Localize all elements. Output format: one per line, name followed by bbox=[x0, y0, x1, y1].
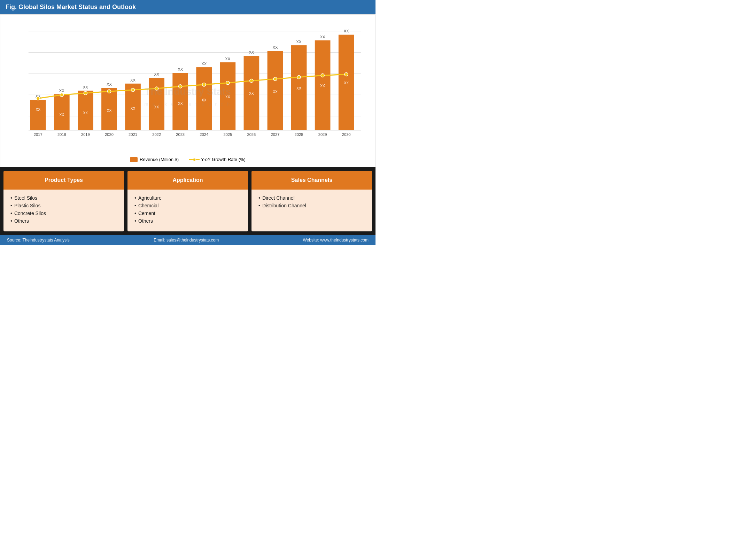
svg-point-63 bbox=[60, 93, 63, 97]
list-item: Agriculture bbox=[134, 195, 241, 201]
svg-text:XX: XX bbox=[130, 78, 136, 82]
application-list: Agriculture Chemcial Cement Others bbox=[134, 195, 241, 224]
svg-text:XX: XX bbox=[201, 62, 207, 66]
svg-text:XX: XX bbox=[83, 111, 88, 115]
legend-revenue: Revenue (Million $) bbox=[130, 157, 179, 162]
chart-container: XX XX 2017 XX XX 2018 XX XX 2019 XX XX 2… bbox=[0, 14, 376, 167]
svg-text:XX: XX bbox=[249, 50, 254, 54]
svg-text:2025: 2025 bbox=[223, 132, 232, 137]
svg-text:XX: XX bbox=[107, 82, 112, 86]
svg-point-64 bbox=[84, 91, 87, 95]
svg-text:2028: 2028 bbox=[295, 132, 303, 137]
svg-text:2024: 2024 bbox=[200, 132, 208, 137]
list-item: Direct Channel bbox=[258, 195, 365, 201]
svg-text:XX: XX bbox=[273, 45, 278, 49]
svg-point-66 bbox=[131, 88, 134, 92]
svg-text:XX: XX bbox=[178, 67, 183, 71]
svg-text:XX: XX bbox=[131, 107, 136, 110]
svg-point-65 bbox=[107, 90, 111, 93]
application-body: Agriculture Chemcial Cement Others bbox=[127, 190, 248, 231]
svg-text:XX: XX bbox=[59, 89, 64, 93]
svg-text:XX: XX bbox=[320, 84, 325, 88]
svg-rect-6 bbox=[30, 100, 46, 130]
legend-line-svg bbox=[189, 157, 200, 162]
svg-text:XX: XX bbox=[344, 81, 349, 85]
product-types-card: Product Types Steel Silos Plastic Silos … bbox=[3, 171, 124, 231]
legend-growth-label: Y-oY Growth Rate (%) bbox=[201, 157, 246, 162]
sales-channels-list: Direct Channel Distribution Channel bbox=[258, 195, 365, 208]
svg-point-71 bbox=[250, 79, 253, 83]
bottom-section: Product Types Steel Silos Plastic Silos … bbox=[0, 167, 376, 235]
product-types-header: Product Types bbox=[3, 171, 124, 190]
svg-rect-10 bbox=[54, 94, 70, 130]
svg-text:2019: 2019 bbox=[81, 132, 90, 137]
svg-text:XX: XX bbox=[36, 108, 40, 112]
svg-text:2021: 2021 bbox=[129, 132, 137, 137]
svg-text:XX: XX bbox=[296, 40, 302, 44]
svg-text:XX: XX bbox=[154, 72, 159, 76]
svg-text:2017: 2017 bbox=[34, 132, 42, 137]
chart-area: XX XX 2017 XX XX 2018 XX XX 2019 XX XX 2… bbox=[11, 22, 365, 154]
list-item: Cement bbox=[134, 210, 241, 216]
svg-point-79 bbox=[193, 158, 196, 161]
list-item: Plastic Silos bbox=[10, 203, 117, 208]
svg-text:2027: 2027 bbox=[271, 132, 280, 137]
svg-point-74 bbox=[321, 74, 324, 77]
list-item: Others bbox=[134, 218, 241, 224]
application-header: Application bbox=[127, 171, 248, 190]
footer-email: Email: sales@theindustrystats.com bbox=[154, 238, 219, 243]
svg-point-70 bbox=[226, 81, 230, 85]
list-item: Concrete Silos bbox=[10, 210, 117, 216]
sales-channels-header: Sales Channels bbox=[251, 171, 372, 190]
svg-text:The Industry Stats: The Industry Stats bbox=[145, 86, 231, 97]
svg-text:2029: 2029 bbox=[318, 132, 327, 137]
svg-point-72 bbox=[273, 77, 277, 81]
list-item: Distribution Channel bbox=[258, 203, 365, 208]
svg-point-73 bbox=[297, 75, 301, 79]
legend-revenue-color bbox=[130, 157, 138, 162]
svg-rect-14 bbox=[78, 91, 93, 130]
svg-text:XX: XX bbox=[344, 29, 349, 33]
svg-point-62 bbox=[36, 97, 40, 100]
list-item: Others bbox=[10, 218, 117, 224]
footer-website: Website: www.theindustrystats.com bbox=[303, 238, 369, 243]
svg-text:XX: XX bbox=[107, 109, 112, 113]
product-types-list: Steel Silos Plastic Silos Concrete Silos… bbox=[10, 195, 117, 224]
svg-text:2018: 2018 bbox=[57, 132, 66, 137]
svg-text:2026: 2026 bbox=[247, 132, 256, 137]
svg-text:XX: XX bbox=[83, 85, 88, 89]
chart-svg: XX XX 2017 XX XX 2018 XX XX 2019 XX XX 2… bbox=[11, 22, 365, 154]
svg-text:XX: XX bbox=[225, 57, 230, 61]
svg-text:XX: XX bbox=[320, 35, 325, 39]
svg-text:XX: XX bbox=[60, 113, 64, 117]
sales-channels-card: Sales Channels Direct Channel Distributi… bbox=[251, 171, 372, 231]
svg-text:m a r k e t   r e s e a r c h: m a r k e t r e s e a r c h bbox=[145, 101, 231, 107]
list-item: Steel Silos bbox=[10, 195, 117, 201]
application-card: Application Agriculture Chemcial Cement … bbox=[127, 171, 248, 231]
svg-text:2023: 2023 bbox=[176, 132, 185, 137]
svg-text:2020: 2020 bbox=[105, 132, 114, 137]
header-title: Fig. Global Silos Market Status and Outl… bbox=[6, 3, 136, 10]
svg-text:XX: XX bbox=[249, 92, 254, 95]
svg-point-75 bbox=[344, 72, 348, 76]
product-types-body: Steel Silos Plastic Silos Concrete Silos… bbox=[3, 190, 124, 231]
legend-growth: Y-oY Growth Rate (%) bbox=[189, 157, 246, 162]
svg-text:XX: XX bbox=[273, 90, 278, 94]
svg-text:2022: 2022 bbox=[152, 132, 161, 137]
sales-channels-body: Direct Channel Distribution Channel bbox=[251, 190, 372, 231]
list-item: Chemcial bbox=[134, 203, 241, 208]
legend-revenue-label: Revenue (Million $) bbox=[140, 157, 179, 162]
svg-text:2030: 2030 bbox=[342, 132, 351, 137]
page-header: Fig. Global Silos Market Status and Outl… bbox=[0, 0, 376, 14]
footer: Source: Theindustrystats Analysis Email:… bbox=[0, 235, 376, 245]
chart-legend: Revenue (Million $) Y-oY Growth Rate (%) bbox=[11, 157, 365, 162]
footer-source: Source: Theindustrystats Analysis bbox=[7, 238, 70, 243]
svg-text:XX: XX bbox=[296, 86, 301, 90]
